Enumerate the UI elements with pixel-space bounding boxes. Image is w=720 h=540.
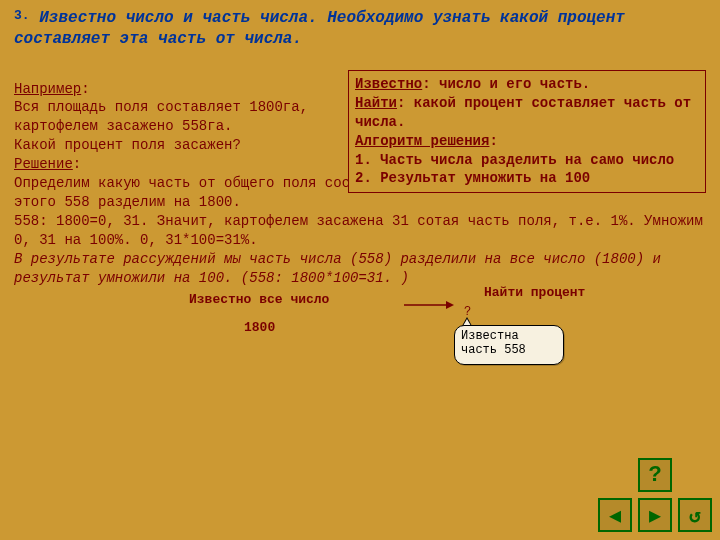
flow-diagram: Известно все число 1800 ? Найти процент … xyxy=(14,289,706,394)
example-heading: Например xyxy=(14,81,81,97)
back-button[interactable]: ◀ xyxy=(598,498,632,532)
algorithm-box: Известно: число и его часть. Найти: како… xyxy=(348,70,706,193)
flow-find-label: Найти процент xyxy=(484,284,585,302)
arrow-icon xyxy=(404,299,454,311)
help-button[interactable]: ? xyxy=(638,458,672,492)
flow-known-label: Известно все число xyxy=(189,291,329,309)
flow-number: 1800 xyxy=(244,319,275,337)
nav-panel: ? ◀ ▶ ↺ xyxy=(598,458,712,532)
solution-heading: Решение xyxy=(14,156,73,172)
callout-bubble: Известна часть 558 xyxy=(454,325,564,365)
problem-title: 3. Известно число и часть числа. Необход… xyxy=(14,8,706,50)
forward-button[interactable]: ▶ xyxy=(638,498,672,532)
undo-button[interactable]: ↺ xyxy=(678,498,712,532)
item-number: 3. xyxy=(14,8,30,23)
svg-marker-1 xyxy=(446,301,454,309)
title-text: Известно число и часть числа. Необходимо… xyxy=(14,9,625,48)
